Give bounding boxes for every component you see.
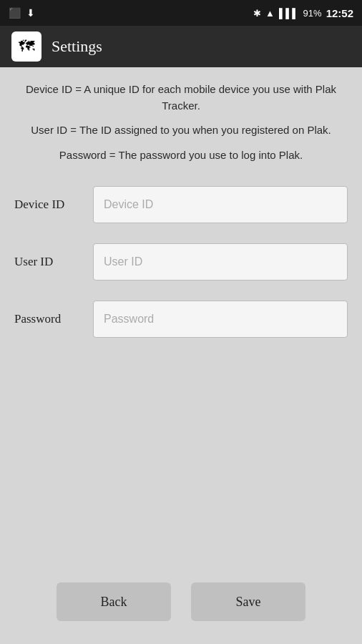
app-icon	[11, 31, 41, 62]
settings-form: Device ID User ID Password	[14, 186, 348, 358]
status-right-icons: ✱ ▲ ▌▌▌ 91% 12:52	[253, 7, 353, 19]
wifi-icon: ▲	[265, 8, 275, 19]
description-block: Device ID = A unique ID for each mobile …	[14, 82, 348, 163]
status-bar: ⬛ ⬇ ✱ ▲ ▌▌▌ 91% 12:52	[0, 0, 362, 26]
status-left-icons: ⬛ ⬇	[9, 7, 35, 19]
password-description: Password = The password you use to log i…	[14, 147, 348, 164]
device-id-label: Device ID	[14, 197, 93, 212]
toolbar: Settings	[0, 26, 362, 67]
main-content: Device ID = A unique ID for each mobile …	[0, 67, 362, 644]
buttons-area: Back Save	[14, 568, 348, 633]
user-id-label: User ID	[14, 255, 93, 269]
user-id-row: User ID	[14, 243, 348, 280]
device-id-row: Device ID	[14, 186, 348, 223]
password-input[interactable]	[93, 301, 348, 338]
battery-indicator: 91%	[303, 8, 322, 19]
back-button[interactable]: Back	[57, 582, 171, 621]
user-id-input[interactable]	[93, 243, 348, 280]
screenshot-icon: ⬛	[9, 7, 21, 19]
password-label: Password	[14, 312, 93, 326]
password-row: Password	[14, 301, 348, 338]
bluetooth-icon: ✱	[253, 8, 261, 19]
page-title: Settings	[52, 37, 102, 56]
time-display: 12:52	[326, 7, 353, 19]
signal-icon: ▌▌▌	[279, 8, 299, 19]
download-icon: ⬇	[26, 7, 35, 19]
user-id-description: User ID = The ID assigned to you when yo…	[14, 122, 348, 139]
device-id-description: Device ID = A unique ID for each mobile …	[14, 82, 348, 114]
save-button[interactable]: Save	[191, 582, 305, 621]
device-id-input[interactable]	[93, 186, 348, 223]
